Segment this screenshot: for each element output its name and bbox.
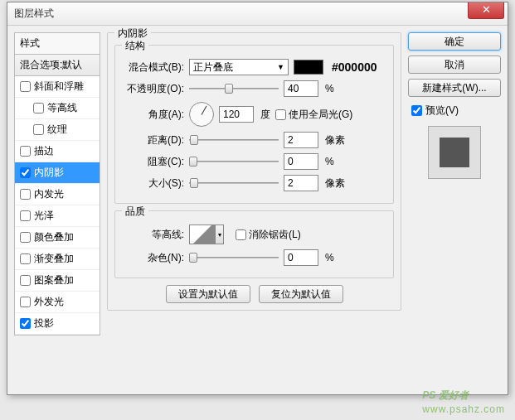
contour-picker[interactable] [189,224,216,244]
contour-row: 等高线: ▾ 消除锯齿(L) [122,224,386,244]
opacity-input[interactable] [284,80,318,97]
dialog-content: 样式 混合选项:默认 斜面和浮雕等高线纹理描边内阴影内发光光泽颜色叠加渐变叠加图… [7,26,508,394]
style-item-label: 图案叠加 [34,273,74,287]
preview-inner [440,138,469,167]
global-light-checkbox[interactable]: 使用全局光(G) [275,108,352,122]
watermark-url: www.psahz.com [422,403,505,415]
global-light-input[interactable] [275,109,286,120]
percent-unit: % [325,156,334,167]
choke-slider[interactable] [189,155,279,168]
blend-mode-dropdown[interactable]: 正片叠底 ▼ [189,59,289,75]
noise-row: 杂色(N): % [122,249,386,266]
style-item-checkbox[interactable] [20,275,31,286]
opacity-row: 不透明度(O): % [122,80,386,97]
contour-label: 等高线: [122,228,184,242]
style-item-label: 等高线 [47,101,77,115]
opacity-slider[interactable] [189,82,279,95]
size-row: 大小(S): 像素 [122,175,386,191]
default-buttons-row: 设置为默认值 复位为默认值 [114,285,394,303]
watermark-text: PS 爱好者 [422,389,468,401]
blending-options[interactable]: 混合选项:默认 [14,55,100,76]
make-default-button[interactable]: 设置为默认值 [166,285,250,303]
style-item[interactable]: 颜色叠加 [15,227,100,249]
style-item-label: 外发光 [34,295,64,309]
style-item-checkbox[interactable] [20,146,31,157]
angle-input[interactable] [219,106,254,123]
noise-label: 杂色(N): [122,251,184,265]
preview-label: 预览(V) [425,104,459,118]
preview-thumbnail [428,126,481,179]
quality-title: 品质 [122,205,148,219]
size-input[interactable] [284,175,318,191]
size-unit: 像素 [325,176,345,191]
ok-button[interactable]: 确定 [408,32,501,51]
angle-unit: 度 [260,108,270,122]
hex-value: #000000 [332,60,377,74]
distance-slider[interactable] [189,133,279,147]
distance-unit: 像素 [325,133,345,147]
structure-group: 结构 混合模式(B): 正片叠底 ▼ #000000 不透明度(O): [114,45,394,204]
blend-mode-label: 混合模式(B): [122,60,184,75]
style-item[interactable]: 投影 [15,313,100,335]
style-item[interactable]: 描边 [15,141,100,162]
style-item-checkbox[interactable] [20,297,31,307]
style-item[interactable]: 等高线 [15,98,100,119]
color-swatch[interactable] [294,60,323,75]
style-item-label: 颜色叠加 [34,230,74,244]
antialias-checkbox[interactable]: 消除锯齿(L) [236,228,301,242]
angle-label: 角度(A): [122,108,184,122]
style-item-label: 纹理 [47,123,67,137]
reset-default-button[interactable]: 复位为默认值 [259,285,343,303]
inner-shadow-group: 内阴影 结构 混合模式(B): 正片叠底 ▼ #000000 不透明度(O): [107,32,401,311]
antialias-input[interactable] [236,229,246,240]
preview-input[interactable] [411,105,422,116]
style-item-checkbox[interactable] [20,210,31,221]
style-item-checkbox[interactable] [20,318,31,329]
style-item[interactable]: 图案叠加 [15,270,100,292]
cancel-button[interactable]: 取消 [408,56,501,74]
quality-group: 品质 等高线: ▾ 消除锯齿(L) 杂色(N): [114,210,394,278]
style-item[interactable]: 斜面和浮雕 [15,76,100,98]
style-item-checkbox[interactable] [33,103,44,113]
style-item-checkbox[interactable] [33,124,44,135]
style-item[interactable]: 内阴影 [15,162,100,184]
styles-header[interactable]: 样式 [14,32,100,55]
style-item[interactable]: 光泽 [15,205,100,227]
noise-slider[interactable] [189,251,279,264]
global-light-label: 使用全局光(G) [289,108,352,122]
contour-dropdown-button[interactable]: ▾ [216,224,224,244]
titlebar: 图层样式 ✕ [7,2,508,26]
percent-unit: % [325,83,334,94]
style-item[interactable]: 外发光 [15,292,100,313]
style-item-label: 内发光 [34,187,64,201]
dialog-title: 图层样式 [14,7,54,21]
new-style-button[interactable]: 新建样式(W)... [408,79,501,97]
style-list: 斜面和浮雕等高线纹理描边内阴影内发光光泽颜色叠加渐变叠加图案叠加外发光投影 [14,76,100,336]
style-item-checkbox[interactable] [20,189,31,200]
action-panel: 确定 取消 新建样式(W)... 预览(V) [408,32,501,388]
style-item-label: 投影 [34,316,54,331]
noise-input[interactable] [284,249,318,266]
settings-panel: 内阴影 结构 混合模式(B): 正片叠底 ▼ #000000 不透明度(O): [107,32,401,388]
style-item-checkbox[interactable] [20,81,31,92]
size-slider[interactable] [189,176,279,190]
watermark: PS 爱好者 www.psahz.com [422,382,505,415]
style-item-label: 描边 [34,144,54,158]
choke-label: 阻塞(C): [122,155,184,169]
style-item[interactable]: 渐变叠加 [15,249,100,270]
structure-title: 结构 [122,39,148,53]
chevron-down-icon: ▼ [277,63,284,71]
style-item[interactable]: 内发光 [15,184,100,205]
style-item-label: 渐变叠加 [34,252,74,266]
style-item-checkbox[interactable] [20,253,31,264]
choke-input[interactable] [284,153,318,170]
style-item-label: 斜面和浮雕 [34,80,84,94]
angle-row: 角度(A): 度 使用全局光(G) [122,102,386,127]
distance-input[interactable] [284,132,318,148]
style-item[interactable]: 纹理 [15,119,100,141]
close-button[interactable]: ✕ [468,2,504,19]
style-item-checkbox[interactable] [20,232,31,243]
angle-dial[interactable] [189,102,214,127]
preview-checkbox[interactable]: 预览(V) [411,104,501,118]
style-item-checkbox[interactable] [20,167,31,178]
